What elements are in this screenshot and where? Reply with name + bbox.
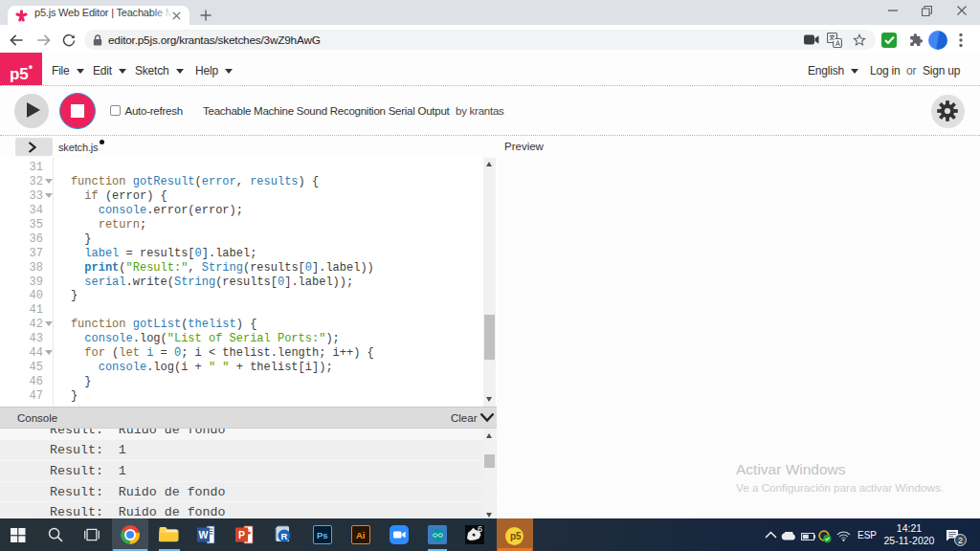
svg-text:P: P [238, 529, 245, 540]
svg-text:W: W [199, 529, 209, 540]
svg-text:R: R [281, 531, 288, 541]
